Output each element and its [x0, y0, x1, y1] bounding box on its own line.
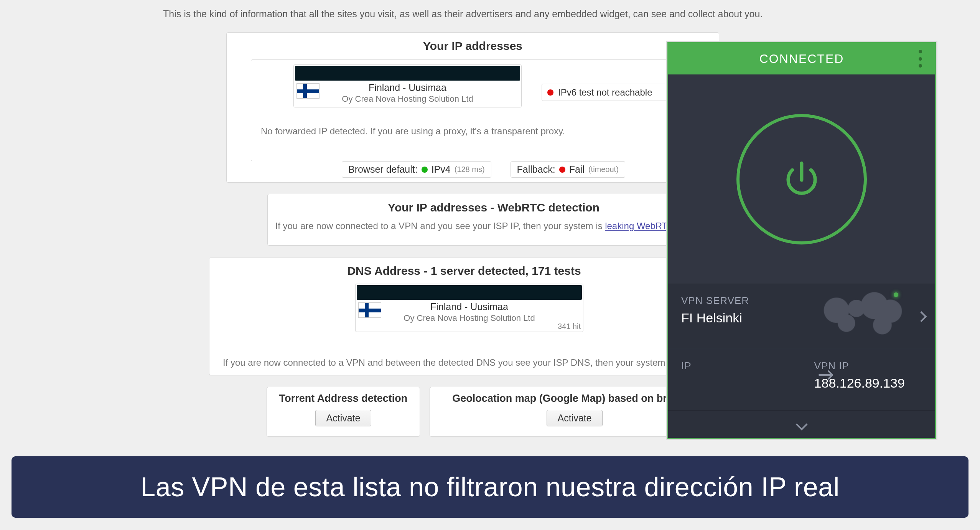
webrtc-title: Your IP addresses - WebRTC detection — [268, 194, 720, 219]
dns-isp: Oy Crea Nova Hosting Solution Ltd — [356, 313, 583, 323]
dns-location: Finland - Uusimaa — [356, 301, 583, 312]
dns-card: DNS Address - 1 server detected, 171 tes… — [209, 257, 719, 375]
dns-hit-count: 341 hit — [558, 322, 581, 331]
vpn-status-text: CONNECTED — [759, 52, 844, 66]
ip-isp: Oy Crea Nova Hosting Solution Ltd — [294, 94, 521, 104]
arrow-right-icon — [817, 365, 836, 386]
ipv6-status-text: IPv6 test not reachable — [558, 87, 652, 98]
browser-default-label: Browser default: — [348, 164, 418, 175]
vpn-power-button[interactable] — [736, 114, 867, 244]
status-dot-red-icon — [547, 89, 553, 96]
dns-address-redacted — [357, 285, 582, 300]
ip-location: Finland - Uusimaa — [294, 82, 521, 93]
vpn-expand-button[interactable] — [668, 410, 935, 438]
menu-kebab-icon[interactable] — [914, 50, 926, 68]
dns-result-block: Finland - Uusimaa Oy Crea Nova Hosting S… — [355, 284, 583, 332]
finland-flag-icon — [296, 83, 320, 99]
browser-status-row: Browser default: IPv4 (128 ms) Fallback:… — [342, 161, 625, 178]
vpn-header: CONNECTED — [668, 43, 935, 74]
dns-title: DNS Address - 1 server detected, 171 tes… — [209, 258, 719, 282]
dns-note-prefix: If you are now connected to a VPN and be… — [223, 357, 677, 368]
server-location-dot-icon — [894, 292, 898, 297]
browser-default-pill: Browser default: IPv4 (128 ms) — [342, 161, 491, 178]
no-forward-note: No forwarded IP detected. If you are usi… — [261, 126, 565, 137]
caption-bar: Las VPN de esta lista no filtraron nuest… — [12, 456, 968, 518]
status-dot-red-icon — [559, 167, 565, 173]
browser-default-latency: (128 ms) — [455, 165, 485, 174]
fallback-value: Fail — [569, 164, 585, 175]
torrent-title: Torrent Address detection — [267, 387, 420, 407]
finland-flag-icon — [358, 302, 381, 318]
chevron-down-icon — [796, 418, 807, 430]
status-dot-green-icon — [422, 167, 428, 173]
fallback-label: Fallback: — [517, 164, 555, 175]
vpn-ip-section: IP VPN IP 188.126.89.139 — [668, 349, 935, 410]
ip-subcard: Finland - Uusimaa Oy Crea Nova Hosting S… — [251, 59, 694, 161]
webrtc-card: Your IP addresses - WebRTC detection If … — [267, 194, 720, 246]
geoloc-activate-button[interactable]: Activate — [547, 410, 603, 426]
browser-default-value: IPv4 — [432, 164, 451, 175]
vpn-power-area — [668, 74, 935, 284]
vpn-app-panel: CONNECTED VPN SERVER FI Helsinki IP VPN … — [667, 42, 936, 439]
page-intro-text: This is the kind of information that all… — [163, 8, 763, 20]
fallback-note: (timeout) — [588, 165, 619, 174]
webrtc-note-prefix: If you are now connected to a VPN and yo… — [275, 221, 605, 231]
vpn-server-section[interactable]: VPN SERVER FI Helsinki — [668, 284, 935, 349]
ip-result-block: Finland - Uusimaa Oy Crea Nova Hosting S… — [293, 64, 522, 107]
ip-address-redacted — [295, 66, 520, 81]
world-map-icon — [809, 291, 908, 337]
ip-addresses-card: Your IP addresses Finland - Uusimaa Oy C… — [226, 32, 719, 183]
ip-card-title: Your IP addresses — [227, 33, 719, 57]
ipv6-status-box: IPv6 test not reachable — [542, 84, 687, 101]
dns-note: If you are now connected to a VPN and be… — [223, 357, 715, 368]
power-icon — [781, 158, 823, 200]
webrtc-note: If you are now connected to a VPN and yo… — [268, 219, 720, 231]
torrent-activate-button[interactable]: Activate — [315, 410, 372, 426]
torrent-card: Torrent Address detection Activate — [267, 387, 420, 437]
vpn-ip-label-left: IP — [681, 360, 692, 372]
fallback-pill: Fallback: Fail (timeout) — [511, 161, 625, 178]
